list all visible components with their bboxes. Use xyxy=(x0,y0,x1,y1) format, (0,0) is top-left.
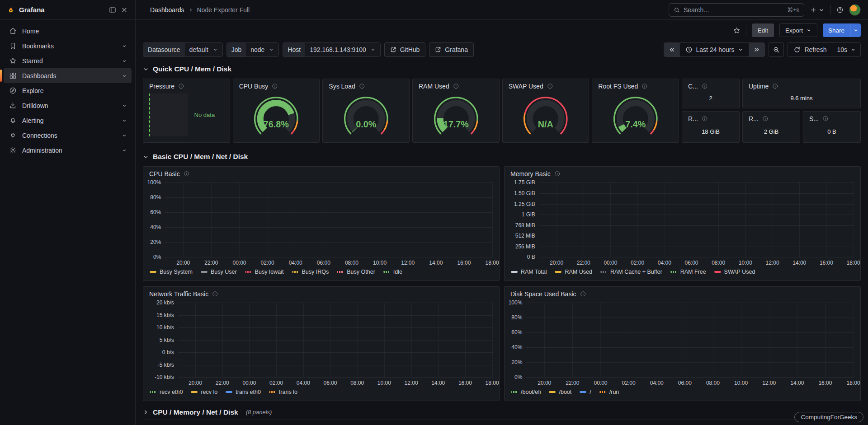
plot-area[interactable] xyxy=(178,301,493,378)
x-tick-label: 12:00 xyxy=(405,380,418,386)
legend-item-idle[interactable]: Idle xyxy=(383,269,402,275)
basic-charts-grid: CPU Basic100%80%60%40%20%0%20:0022:0000:… xyxy=(143,166,861,401)
panel-title[interactable]: Disk Space Used Basic xyxy=(505,287,860,299)
panel-title[interactable]: RAM Used xyxy=(413,79,499,91)
zoom-out-icon xyxy=(773,46,780,53)
time-shift-back-button[interactable] xyxy=(664,43,679,56)
y-tick-label: -5 kb/s xyxy=(158,362,174,368)
legend-item-swap-used[interactable]: SWAP Used xyxy=(714,269,755,275)
panel-title[interactable]: CPU Basic xyxy=(143,167,499,178)
legend-item-busy-user[interactable]: Busy User xyxy=(201,269,237,275)
dock-sidebar-icon[interactable] xyxy=(109,6,116,14)
info-icon[interactable] xyxy=(212,291,218,297)
legend-item-recv-lo[interactable]: recv lo xyxy=(191,389,217,395)
sidebar-item-starred[interactable]: Starred xyxy=(4,53,132,68)
info-icon[interactable] xyxy=(547,83,553,89)
info-icon[interactable] xyxy=(772,83,778,89)
info-icon[interactable] xyxy=(178,83,184,89)
time-range-picker[interactable]: Last 24 hours xyxy=(679,43,750,56)
sidebar-item-home[interactable]: Home xyxy=(4,23,132,38)
x-tick-label: 22:00 xyxy=(577,260,590,266)
compass-icon xyxy=(9,87,17,94)
section-basic-cpu-mem-net-disk[interactable]: Basic CPU / Mem / Net / Disk xyxy=(143,151,861,163)
search-input[interactable]: Search... ⌘+k xyxy=(669,3,804,17)
sidebar-item-connections[interactable]: Connections xyxy=(4,128,132,143)
section-cpu-memory-net-disk[interactable]: CPU / Memory / Net / Disk (8 panels) xyxy=(143,408,861,420)
share-button[interactable]: Share xyxy=(823,23,850,37)
legend-item-busy-irqs[interactable]: Busy IRQs xyxy=(292,269,329,275)
legend-item-trans-eth0[interactable]: trans eth0 xyxy=(226,389,261,395)
zoom-out-time-button[interactable] xyxy=(769,42,784,57)
help-button[interactable] xyxy=(836,6,844,14)
plot-area[interactable] xyxy=(165,181,493,258)
sidebar-item-label: Bookmarks xyxy=(22,42,54,50)
legend-item-run[interactable]: /run xyxy=(599,389,619,395)
legend-item-ram-total[interactable]: RAM Total xyxy=(511,269,547,275)
sidebar-item-bookmarks[interactable]: Bookmarks xyxy=(4,38,132,53)
refresh-button[interactable]: Refresh xyxy=(788,43,832,56)
legend-item-ram-used[interactable]: RAM Used xyxy=(555,269,592,275)
edit-button[interactable]: Edit xyxy=(752,23,774,37)
sidebar-item-drilldown[interactable]: Drilldown xyxy=(4,98,132,113)
favorite-star-icon[interactable] xyxy=(733,27,741,34)
variable-value-dropdown[interactable]: default xyxy=(185,43,222,56)
section-quick-cpu-mem-disk[interactable]: Quick CPU / Mem / Disk xyxy=(143,63,861,75)
plot-area[interactable] xyxy=(539,181,854,258)
variable-value-dropdown[interactable]: 192.168.1.143:9100 xyxy=(305,43,380,56)
legend-item-boot[interactable]: /boot xyxy=(549,389,571,395)
legend-item-recv-eth0[interactable]: recv eth0 xyxy=(150,389,183,395)
panel-title[interactable]: Root FS Used xyxy=(592,79,679,91)
legend-item-trans-lo[interactable]: trans lo xyxy=(269,389,297,395)
sidebar-item-administration[interactable]: Administration xyxy=(4,143,132,158)
sidebar-item-dashboards[interactable]: Dashboards xyxy=(4,68,132,83)
info-icon[interactable] xyxy=(272,83,278,89)
user-avatar[interactable] xyxy=(849,4,861,16)
info-icon[interactable] xyxy=(359,83,365,89)
variable-value-dropdown[interactable]: node xyxy=(246,43,278,56)
info-icon[interactable] xyxy=(453,83,459,89)
legend-item-[interactable]: / xyxy=(580,389,591,395)
legend-item-ram-free[interactable]: RAM Free xyxy=(670,269,706,275)
panel-title[interactable]: Sys Load xyxy=(323,79,409,91)
y-tick-label: 100% xyxy=(147,179,161,186)
panel-title[interactable]: CPU Busy xyxy=(233,79,320,91)
panel-title[interactable]: C... xyxy=(682,79,739,91)
info-icon[interactable] xyxy=(702,83,708,89)
info-icon[interactable] xyxy=(580,291,586,297)
dashboard-link-github[interactable]: GitHub xyxy=(384,42,426,57)
breadcrumb-dashboards[interactable]: Dashboards xyxy=(150,6,184,14)
export-button[interactable]: Export xyxy=(779,23,817,37)
share-menu-button[interactable] xyxy=(850,23,861,37)
time-shift-forward-button[interactable] xyxy=(749,43,764,56)
info-icon[interactable] xyxy=(554,171,561,177)
legend-label: Idle xyxy=(393,269,402,275)
x-axis: 20:0022:0000:0002:0004:0006:0008:0010:00… xyxy=(165,258,493,267)
panel-title[interactable]: Pressure xyxy=(143,79,230,91)
info-icon[interactable] xyxy=(184,171,190,177)
sidebar-item-explore[interactable]: Explore xyxy=(4,83,132,98)
legend-item-busy-system[interactable]: Busy System xyxy=(150,269,193,275)
dashboard-link-grafana[interactable]: Grafana xyxy=(429,42,474,57)
panel-title[interactable]: R... xyxy=(682,112,739,123)
panel-title[interactable]: R... xyxy=(743,112,800,123)
x-tick-label: 00:00 xyxy=(232,260,246,266)
panel-title[interactable]: S... xyxy=(803,112,860,123)
refresh-interval-picker[interactable]: 10s xyxy=(832,43,860,56)
info-icon[interactable] xyxy=(822,116,829,122)
legend-item-busy-other[interactable]: Busy Other xyxy=(337,269,375,275)
new-button[interactable] xyxy=(810,6,825,14)
panel-title[interactable]: SWAP Used xyxy=(503,79,589,91)
close-sidebar-icon[interactable] xyxy=(121,6,128,14)
legend-item-boot-efi[interactable]: /boot/efi xyxy=(511,389,541,395)
sidebar-item-alerting[interactable]: Alerting xyxy=(4,113,132,128)
info-icon[interactable] xyxy=(762,116,769,122)
info-icon[interactable] xyxy=(642,83,648,89)
panel-title[interactable]: Uptime xyxy=(743,79,860,91)
panel-title[interactable]: Memory Basic xyxy=(505,167,860,178)
panel-title[interactable]: Network Traffic Basic xyxy=(143,287,499,299)
info-icon[interactable] xyxy=(702,116,708,122)
dashboard-actions: Edit Export Share xyxy=(136,20,868,39)
legend-item-busy-iowait[interactable]: Busy Iowait xyxy=(245,269,284,275)
legend-item-ram-cache-buffer[interactable]: RAM Cache + Buffer xyxy=(600,269,662,275)
plot-area[interactable] xyxy=(526,301,854,378)
